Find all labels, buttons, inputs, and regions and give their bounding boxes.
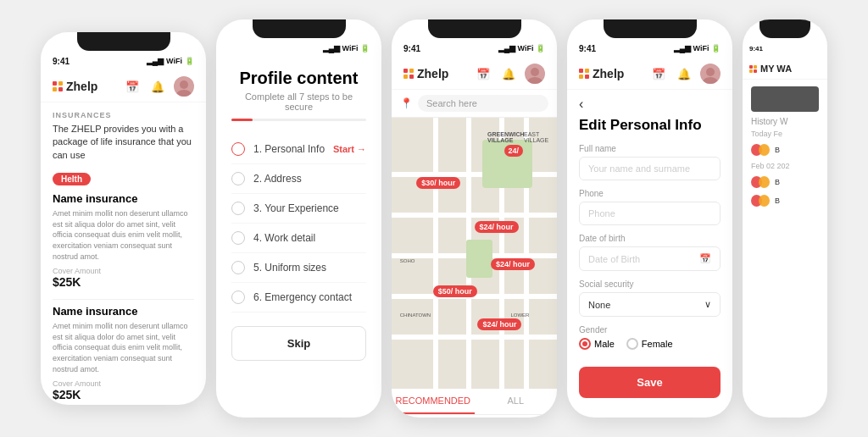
map-label-4: CHINATOWN (400, 313, 431, 318)
history-text-2: B (775, 178, 780, 186)
mastercard-icon-2 (751, 176, 770, 188)
fullname-input[interactable]: Your name and surname (579, 157, 721, 180)
map-pin-6[interactable]: 24/ (504, 145, 524, 157)
health-tag[interactable]: Helth (53, 173, 91, 185)
page-title: Edit Personal Info (579, 117, 721, 134)
edit-bell-icon[interactable]: 🔔 (675, 64, 693, 83)
back-button[interactable]: ‹ (579, 97, 583, 112)
calendar-icon[interactable]: 📅 (123, 77, 142, 96)
svg-point-3 (527, 77, 542, 84)
cover-amount-1: $25K (53, 275, 194, 289)
tab-all[interactable]: ALL (475, 389, 558, 414)
logo-dot-1 (53, 81, 57, 86)
insurance-desc-1: Amet minim mollit non deserunt ullamco e… (53, 208, 194, 262)
field-fullname-label: Full name (579, 144, 721, 153)
time-3: 9:41 (403, 44, 420, 53)
step-1[interactable]: 1. Personal Info Start → (231, 135, 366, 164)
map-logo-icon (403, 69, 414, 79)
phone-input[interactable]: Phone (579, 202, 721, 225)
map-tabs: RECOMMENDED ALL (392, 389, 557, 415)
notch-3 (428, 19, 521, 38)
map-area[interactable]: GREENWICHVILLAGE EASTVILLAGE SOHO CHINAT… (392, 118, 557, 389)
map-app-header: Zhelp 📅 🔔 (392, 58, 557, 90)
map-pin-2[interactable]: $24/ hour (475, 221, 519, 233)
logo-dot-4 (58, 87, 63, 91)
radio-female[interactable]: Female (626, 338, 673, 350)
map-park-2 (466, 240, 492, 278)
status-bar: 9:41 ▂▄▆ WiFi 🔋 (41, 51, 206, 71)
search-input[interactable]: Search here (418, 95, 548, 112)
date-label: Feb 02 202 (751, 162, 819, 170)
wallet-logo: MY WA (749, 64, 792, 74)
step-action-1[interactable]: Start → (333, 144, 366, 154)
bell-icon[interactable]: 🔔 (148, 77, 167, 96)
avatar[interactable] (174, 76, 194, 97)
map-pin-3[interactable]: $24/ hour (491, 258, 535, 270)
profile-content: Profile content Complete all 7 steps to … (216, 58, 381, 371)
phone-profile: ▂▄▆ WiFi 🔋 Profile content Complete all … (216, 19, 381, 418)
radio-female-label: Female (642, 339, 673, 349)
field-social-security: Social security None ∨ (579, 279, 721, 317)
map-calendar-icon[interactable]: 📅 (474, 64, 492, 83)
wallet-logo-icon (749, 65, 757, 73)
dob-input[interactable]: Date of Birth 📅 (579, 246, 721, 271)
header-actions: 📅 🔔 (123, 76, 194, 97)
notch (77, 32, 170, 51)
time: 9:41 (53, 57, 70, 66)
app-header: Zhelp 📅 🔔 (41, 71, 206, 102)
step-label-2: 2. Address (253, 173, 366, 185)
save-button[interactable]: Save (579, 367, 721, 398)
step-6[interactable]: 6. Emergency contact (231, 283, 366, 313)
logo: Zhelp (53, 80, 97, 93)
wallet-app-name-partial: MY WA (760, 64, 792, 74)
radio-male[interactable]: Male (579, 338, 615, 350)
insurance-title-1: Name insurance (53, 192, 194, 205)
svg-point-2 (531, 68, 539, 76)
status-bar-4: 9:41 ▂▄▆ WiFi 🔋 (567, 38, 732, 58)
tab-recommended[interactable]: RECOMMENDED (392, 389, 475, 414)
social-security-select[interactable]: None ∨ (579, 292, 721, 317)
cover-amount-2: $25K (53, 388, 194, 401)
step-4[interactable]: 4. Work detail (231, 224, 366, 253)
insurance-desc-2: Amet minim mollit non deserunt ullamco e… (53, 321, 194, 374)
road-h-5 (392, 335, 557, 340)
step-circle-3 (231, 202, 245, 215)
app-name: Zhelp (66, 80, 97, 93)
status-icons-2: ▂▄▆ WiFi 🔋 (323, 44, 370, 53)
skip-button[interactable]: Skip (231, 326, 366, 361)
status-bar-3: 9:41 ▂▄▆ WiFi 🔋 (392, 38, 557, 58)
map-bell-icon[interactable]: 🔔 (499, 64, 518, 83)
radio-male-label: Male (594, 339, 615, 349)
history-item-2: B (751, 173, 819, 191)
map-pin-1[interactable]: $30/ hour (416, 177, 460, 189)
field-phone: Phone Phone (579, 189, 721, 225)
step-label-6: 6. Emergency contact (253, 291, 366, 303)
edit-calendar-icon[interactable]: 📅 (649, 64, 668, 83)
cover-label-1: Cover Amount (53, 267, 194, 275)
map-label-2: EASTVILLAGE (524, 131, 548, 143)
map-avatar[interactable] (525, 64, 545, 84)
edit-app-name: Zhelp (593, 67, 624, 80)
step-5[interactable]: 5. Uniform sizes (231, 253, 366, 283)
edit-avatar[interactable] (700, 64, 721, 84)
step-circle-2 (231, 172, 245, 185)
step-3[interactable]: 3. Your Experience (231, 194, 366, 224)
step-label-4: 4. Work detail (253, 232, 366, 244)
map-pin-5[interactable]: $24/ hour (477, 318, 521, 330)
map-result[interactable]: Live Job title (392, 415, 557, 418)
step-label-1: 1. Personal Info (253, 143, 333, 155)
status-bar-5: 9:41 (743, 38, 827, 58)
map-logo: Zhelp (403, 67, 448, 80)
profile-title: Profile content (231, 69, 366, 88)
map-pin-4[interactable]: $50/ hour (433, 285, 477, 297)
intro-text: The ZHELP provides you with a package of… (53, 123, 194, 162)
phone-edit-profile: 9:41 ▂▄▆ WiFi 🔋 Zhelp 📅 🔔 ‹ Edit Perso (567, 19, 732, 418)
step-2[interactable]: 2. Address (231, 164, 366, 194)
map-app-name: Zhelp (417, 67, 448, 80)
field-fullname: Full name Your name and surname (579, 144, 721, 180)
notch-5 (760, 19, 810, 38)
radio-male-dot (579, 338, 591, 350)
status-icons: ▂▄▆ WiFi 🔋 (147, 57, 194, 65)
step-circle-5 (231, 261, 245, 274)
map-search-bar[interactable]: 📍 Search here (392, 90, 557, 118)
